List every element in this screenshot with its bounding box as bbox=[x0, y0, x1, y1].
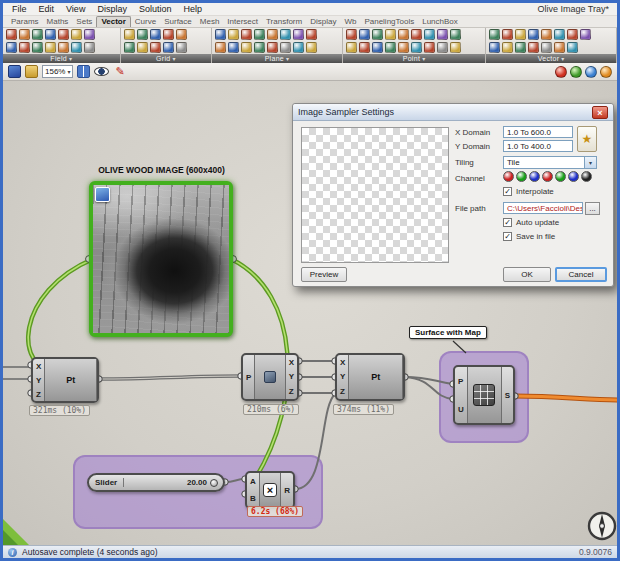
vector-tool-icon-0-2[interactable] bbox=[515, 29, 526, 40]
plane-tool-icon-1-3[interactable] bbox=[254, 42, 265, 53]
pt2-input-z[interactable]: Z bbox=[340, 387, 345, 396]
plane-tool-icon-1-2[interactable] bbox=[241, 42, 252, 53]
tab-surface[interactable]: Surface bbox=[160, 17, 196, 27]
surface-input-p[interactable]: P bbox=[458, 377, 464, 386]
grid-tool-icon-1-0[interactable] bbox=[124, 42, 135, 53]
menu-item-help[interactable]: Help bbox=[178, 4, 207, 14]
point-tool-icon-0-8[interactable] bbox=[450, 29, 461, 40]
vector-tool-icon-0-4[interactable] bbox=[541, 29, 552, 40]
menu-item-edit[interactable]: Edit bbox=[34, 4, 60, 14]
field-tool-icon-1-3[interactable] bbox=[45, 42, 56, 53]
save-in-file-checkbox[interactable]: ✓ bbox=[503, 232, 512, 241]
point-tool-icon-0-0[interactable] bbox=[346, 29, 357, 40]
point-tool-icon-0-2[interactable] bbox=[372, 29, 383, 40]
viewport-grid-icon[interactable] bbox=[77, 65, 90, 78]
surface-output-s[interactable]: S bbox=[505, 391, 510, 400]
pt1-input-y[interactable]: Y bbox=[36, 376, 41, 385]
multiply-input-b[interactable]: B bbox=[250, 494, 256, 503]
vector-tool-icon-1-5[interactable] bbox=[554, 42, 565, 53]
cancel-button[interactable]: Cancel bbox=[555, 267, 607, 282]
menu-item-display[interactable]: Display bbox=[92, 4, 132, 14]
vector-tool-icon-1-0[interactable] bbox=[489, 42, 500, 53]
slider-track[interactable]: 20.00 bbox=[124, 478, 223, 487]
grid-tool-icon-0-2[interactable] bbox=[150, 29, 161, 40]
plane-tool-icon-0-4[interactable] bbox=[267, 29, 278, 40]
zoom-dropdown-arrow[interactable]: ▾ bbox=[67, 68, 70, 75]
vector-tool-icon-0-0[interactable] bbox=[489, 29, 500, 40]
toolbar-group-label-vector[interactable]: Vector bbox=[486, 54, 616, 63]
vector-tool-icon-0-5[interactable] bbox=[554, 29, 565, 40]
preview-eye-icon[interactable] bbox=[94, 67, 109, 76]
pt1-input-z[interactable]: Z bbox=[36, 390, 41, 399]
toolbar-group-label-field[interactable]: Field bbox=[3, 54, 120, 63]
decon-core[interactable] bbox=[254, 355, 285, 399]
file-path-input[interactable]: C:\Users\Faccioli\Desktop\WOR bbox=[503, 202, 583, 214]
grid-tool-icon-0-1[interactable] bbox=[137, 29, 148, 40]
field-tool-icon-1-5[interactable] bbox=[71, 42, 82, 53]
plane-tool-icon-1-7[interactable] bbox=[306, 42, 317, 53]
surface-input-u[interactable]: U bbox=[458, 405, 464, 414]
plane-tool-icon-1-5[interactable] bbox=[280, 42, 291, 53]
channel-option-4[interactable] bbox=[555, 171, 566, 182]
menu-item-solution[interactable]: Solution bbox=[134, 4, 177, 14]
tab-params[interactable]: Params bbox=[7, 17, 43, 27]
tab-mesh[interactable]: Mesh bbox=[196, 17, 224, 27]
interpolate-checkbox-row[interactable]: ✓ Interpolate bbox=[503, 187, 554, 196]
open-file-icon[interactable] bbox=[25, 65, 38, 78]
save-in-file-checkbox-row[interactable]: ✓ Save in file bbox=[503, 232, 555, 241]
zoom-control[interactable]: 156% ▾ bbox=[42, 65, 73, 78]
tab-intersect[interactable]: Intersect bbox=[223, 17, 262, 27]
point-tool-icon-0-4[interactable] bbox=[398, 29, 409, 40]
construct-point-1[interactable]: X Y Z Pt bbox=[31, 357, 99, 403]
pt1-label[interactable]: Pt bbox=[44, 359, 97, 401]
x-domain-input[interactable]: 1.0 To 600.0 bbox=[503, 126, 573, 138]
toolbar-group-label-grid[interactable]: Grid bbox=[121, 54, 212, 63]
field-tool-icon-0-4[interactable] bbox=[58, 29, 69, 40]
point-tool-icon-1-4[interactable] bbox=[398, 42, 409, 53]
surface-tag[interactable]: Surface with Map bbox=[409, 326, 487, 339]
surface-component[interactable]: P U S bbox=[453, 365, 515, 425]
plane-tool-icon-1-4[interactable] bbox=[267, 42, 278, 53]
vector-tool-icon-0-7[interactable] bbox=[580, 29, 591, 40]
plane-tool-icon-1-6[interactable] bbox=[293, 42, 304, 53]
decon-output-x[interactable]: X bbox=[289, 358, 294, 367]
field-tool-icon-0-2[interactable] bbox=[32, 29, 43, 40]
menu-item-view[interactable]: View bbox=[61, 4, 90, 14]
auto-update-checkbox[interactable]: ✓ bbox=[503, 218, 512, 227]
multiply-output-r[interactable]: R bbox=[284, 486, 290, 495]
vector-tool-icon-0-3[interactable] bbox=[528, 29, 539, 40]
point-tool-icon-0-1[interactable] bbox=[359, 29, 370, 40]
auto-update-checkbox-row[interactable]: ✓ Auto update bbox=[503, 218, 559, 227]
channel-option-2[interactable] bbox=[529, 171, 540, 182]
preview-button[interactable]: Preview bbox=[301, 267, 347, 282]
point-tool-icon-1-3[interactable] bbox=[385, 42, 396, 53]
slider-name[interactable]: Slider bbox=[89, 478, 124, 487]
pt2-label[interactable]: Pt bbox=[348, 355, 403, 399]
toolbar-group-label-point[interactable]: Point bbox=[343, 54, 486, 63]
tiling-dropdown[interactable]: Tile ▾ bbox=[503, 156, 597, 169]
vector-tool-icon-1-1[interactable] bbox=[502, 42, 513, 53]
grid-tool-icon-0-3[interactable] bbox=[163, 29, 174, 40]
domain-gear-button[interactable]: ★ bbox=[577, 126, 597, 152]
multiply-component[interactable]: A B × R bbox=[245, 471, 295, 509]
sketch-pen-icon[interactable]: ✎ bbox=[113, 65, 126, 78]
y-domain-input[interactable]: 1.0 To 400.0 bbox=[503, 140, 573, 152]
vector-tool-icon-0-1[interactable] bbox=[502, 29, 513, 40]
pt1-input-x[interactable]: X bbox=[36, 362, 41, 371]
grid-tool-icon-1-4[interactable] bbox=[176, 42, 187, 53]
field-tool-icon-1-6[interactable] bbox=[84, 42, 95, 53]
plane-tool-icon-0-6[interactable] bbox=[293, 29, 304, 40]
grasshopper-canvas[interactable]: OLIVE WOOD IMAGE (600x400) X Y Z Pt 321m… bbox=[3, 81, 617, 545]
channel-option-0[interactable] bbox=[503, 171, 514, 182]
compass-widget[interactable] bbox=[585, 509, 617, 543]
decon-input-p[interactable]: P bbox=[246, 373, 251, 382]
point-tool-icon-1-2[interactable] bbox=[372, 42, 383, 53]
interpolate-checkbox[interactable]: ✓ bbox=[503, 187, 512, 196]
deconstruct-component[interactable]: P X Y Z bbox=[241, 353, 299, 401]
channel-option-3[interactable] bbox=[542, 171, 553, 182]
point-tool-icon-0-7[interactable] bbox=[437, 29, 448, 40]
tab-vector[interactable]: Vector bbox=[96, 16, 130, 27]
point-tool-icon-0-3[interactable] bbox=[385, 29, 396, 40]
surface-core[interactable] bbox=[467, 367, 502, 423]
grid-tool-icon-0-0[interactable] bbox=[124, 29, 135, 40]
